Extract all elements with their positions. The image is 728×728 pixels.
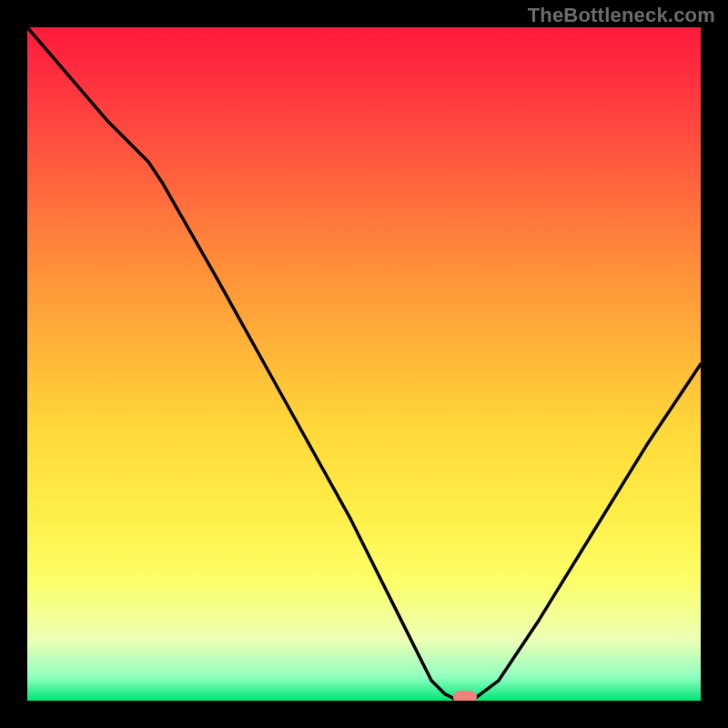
optimal-marker xyxy=(453,691,477,701)
curve-line xyxy=(27,27,701,701)
chart-frame: TheBottleneck.com xyxy=(0,0,728,728)
plot-area xyxy=(27,27,701,701)
bottleneck-curve xyxy=(27,27,701,701)
watermark-text: TheBottleneck.com xyxy=(528,4,715,27)
